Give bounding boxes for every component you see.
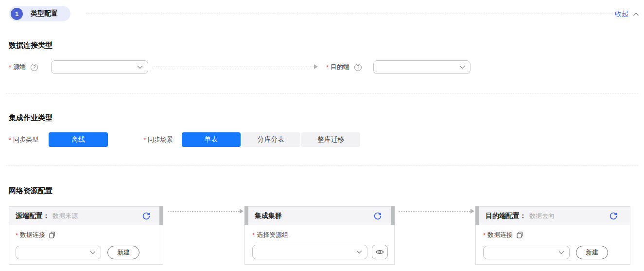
sync-type-label: * 同步类型 (9, 132, 38, 147)
step-number-badge: 1 (11, 8, 23, 20)
sync-scene-label: * 同步场景 (143, 132, 173, 147)
connector-arrowhead (240, 209, 244, 214)
card-title: 目的端配置： (486, 212, 526, 220)
sync-scene-option-whole-db[interactable]: 整库迁移 (301, 132, 360, 147)
required-mark: * (252, 232, 255, 239)
copy-icon[interactable] (517, 232, 523, 238)
chevron-down-icon (90, 251, 96, 254)
dest-connection-select[interactable] (483, 246, 570, 259)
section-divider (6, 93, 638, 94)
step-header: 1 类型配置 (9, 6, 70, 21)
view-resource-group-button[interactable] (372, 245, 388, 259)
required-mark: * (9, 136, 11, 144)
required-mark: * (326, 64, 329, 71)
required-mark: * (9, 64, 11, 71)
sync-scene-button-group: 单表 分库分表 整库迁移 (182, 132, 360, 147)
collapse-label[interactable]: 收起 (615, 10, 628, 18)
card-connector (168, 211, 240, 212)
source-config-card: 源端配置： 数据来源 * 数据连接 新建 (9, 206, 163, 265)
connection-port (244, 206, 248, 225)
header-dashed-line (86, 14, 613, 14)
sync-scene-option-single-table[interactable]: 单表 (182, 132, 241, 147)
source-field-label: * 源端 ? (9, 60, 38, 74)
required-mark: * (143, 136, 146, 144)
source-dest-connector (154, 67, 314, 67)
refresh-icon[interactable] (609, 211, 618, 221)
type-config-panel: 1 类型配置 收起 数据连接类型 * 源端 ? * 目的端 ? 集成作业类型 *… (0, 0, 644, 271)
refresh-icon[interactable] (373, 211, 383, 221)
required-mark: * (16, 232, 18, 239)
connection-port (391, 206, 395, 225)
job-type-heading: 集成作业类型 (9, 113, 52, 123)
refresh-icon[interactable] (141, 211, 151, 221)
dest-field-label: * 目的端 ? (326, 60, 362, 74)
eye-icon (376, 249, 384, 255)
resource-group-select[interactable] (252, 245, 367, 259)
dest-config-card: 目的端配置： 数据去向 * 数据连接 新建 (475, 206, 630, 265)
section-divider (6, 165, 638, 166)
source-connection-select[interactable] (16, 246, 101, 259)
cluster-card: 集成集群 * 选择资源组 (244, 206, 395, 265)
cluster-card-header: 集成集群 (245, 207, 394, 225)
connection-type-heading: 数据连接类型 (9, 41, 52, 50)
dest-card-header: 目的端配置： 数据去向 (476, 207, 630, 225)
step-title: 类型配置 (31, 9, 58, 18)
card-connector (399, 211, 470, 212)
connection-port (475, 206, 479, 225)
required-mark: * (483, 232, 486, 239)
dest-type-select[interactable] (373, 60, 470, 74)
chevron-down-icon (137, 65, 143, 69)
sync-type-option-offline[interactable]: 离线 (49, 132, 108, 147)
connection-port (159, 206, 163, 225)
create-connection-button[interactable]: 新建 (576, 246, 608, 259)
resource-group-label: * 选择资源组 (252, 231, 388, 239)
connector-arrowhead (470, 209, 474, 214)
collapse-toggle[interactable]: 收起 (615, 10, 639, 18)
card-subtitle: 数据去向 (529, 212, 555, 220)
copy-icon[interactable] (49, 232, 55, 238)
card-title: 源端配置： (16, 212, 50, 220)
connector-arrowhead (314, 64, 318, 69)
chevron-down-icon (558, 251, 564, 254)
chevron-up-icon[interactable] (633, 12, 639, 17)
card-subtitle: 数据来源 (52, 212, 78, 220)
card-title: 集成集群 (255, 212, 282, 220)
network-config-heading: 网络资源配置 (9, 186, 52, 196)
sync-scene-option-sharded[interactable]: 分库分表 (242, 132, 300, 147)
help-icon[interactable]: ? (354, 64, 362, 71)
data-connection-label: * 数据连接 (16, 231, 157, 239)
data-connection-label: * 数据连接 (483, 231, 624, 239)
chevron-down-icon (459, 65, 465, 69)
source-card-header: 源端配置： 数据来源 (9, 207, 163, 225)
create-connection-button[interactable]: 新建 (107, 246, 139, 259)
source-type-select[interactable] (51, 60, 148, 74)
chevron-down-icon (356, 250, 362, 254)
help-icon[interactable]: ? (31, 64, 38, 71)
